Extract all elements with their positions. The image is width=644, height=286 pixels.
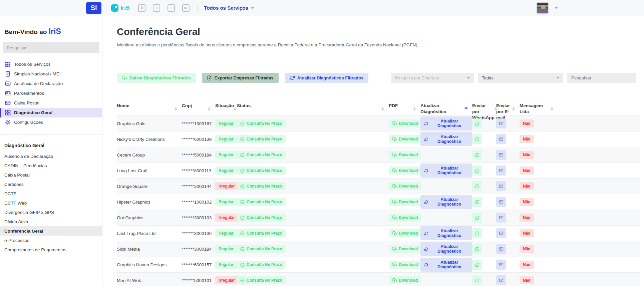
download-diagnostics-button[interactable]: Baixar Diagnósticos Filtrados [117, 73, 196, 83]
send-email-button[interactable] [496, 275, 506, 285]
sort-icon[interactable] [512, 107, 515, 111]
envelope-icon [499, 184, 504, 189]
download-pdf-button[interactable]: Download [389, 151, 421, 159]
sidebar-item-diagnostico-geral[interactable]: Diagnóstico Geral [0, 108, 102, 117]
send-whatsapp-button[interactable] [472, 134, 482, 144]
refresh-diagnostics-button[interactable]: Atualizar Diagnósticos Filtrados [285, 73, 369, 83]
page-subtitle: Monitore as dívidas e pendências fiscais… [117, 42, 644, 47]
send-email-button[interactable] [496, 118, 506, 128]
sidebar-search-input[interactable] [3, 42, 99, 53]
send-email-button[interactable] [496, 134, 506, 144]
sidebar-item-todos-os-servicos[interactable]: Todos os Serviços [0, 59, 102, 69]
export-companies-button[interactable]: Exportar Empresas Filtradas [202, 73, 279, 83]
status-label: Consulta No Prazo [247, 121, 282, 126]
send-email-button[interactable] [496, 166, 506, 176]
send-whatsapp-button[interactable] [472, 213, 482, 223]
envelope-icon [499, 231, 504, 236]
sidebar-section-item[interactable]: Dívida Ativa [0, 217, 102, 226]
download-pdf-button[interactable]: Download [389, 198, 421, 206]
send-whatsapp-button[interactable] [472, 118, 482, 128]
send-email-button[interactable] [496, 213, 506, 223]
sidebar-section-item[interactable]: Certidões [0, 180, 102, 189]
sidebar-item-parcelamentos[interactable]: $ Parcelamentos [0, 88, 102, 98]
sort-icon[interactable] [551, 107, 553, 111]
mensagem-lida-badge: Não [520, 119, 534, 127]
atualizar-diagnostico-button[interactable]: Atualizar Diagnóstico [420, 116, 472, 130]
download-pdf-button[interactable]: Download [389, 261, 421, 269]
send-email-button[interactable] [496, 181, 506, 191]
check-circle-icon [240, 121, 245, 126]
download-pdf-button[interactable]: Download [389, 182, 421, 190]
refresh-icon [424, 137, 428, 141]
all-services-menu[interactable]: Todos os Serviços [204, 5, 254, 11]
company-name: Men At Wok [117, 278, 182, 283]
table-search-input[interactable] [567, 73, 636, 83]
send-email-button[interactable] [496, 150, 506, 160]
si-logo[interactable]: Si [86, 2, 101, 14]
sort-icon[interactable] [234, 107, 237, 111]
s-module-icon[interactable]: S [153, 4, 160, 12]
sidebar-item-caixa-postal[interactable]: Caixa Postal [0, 98, 102, 108]
whatsapp-icon [475, 231, 480, 236]
mensagem-lida-badge: Não [520, 261, 534, 269]
status-filter-select[interactable]: Todas [478, 73, 563, 83]
atualizar-diagnostico-button[interactable]: Atualizar Diagnóstico [420, 242, 472, 256]
user-avatar[interactable] [537, 2, 549, 14]
sidebar-item-configuracoes[interactable]: Configurações [0, 117, 102, 127]
send-whatsapp-button[interactable] [472, 181, 482, 191]
sort-icon[interactable] [175, 107, 177, 111]
download-pdf-button[interactable]: Download [389, 119, 421, 127]
atualizar-diagnostico-label: Atualizar Diagnóstico [430, 260, 468, 269]
download-pdf-button[interactable]: Download [389, 167, 421, 175]
table-row: Slick Media *******3000184 Regular Consu… [117, 241, 640, 257]
whatsapp-icon [475, 137, 480, 142]
sort-icon[interactable] [413, 107, 416, 111]
send-whatsapp-button[interactable] [472, 275, 482, 285]
iris-logo[interactable]: IriS [111, 4, 129, 12]
sidebar-section-item[interactable]: DCTF Web [0, 198, 102, 208]
atualizar-diagnostico-button[interactable]: Atualizar Diagnóstico [420, 226, 472, 240]
sort-icon[interactable] [465, 107, 467, 108]
download-pdf-button[interactable]: Download [389, 214, 421, 222]
sidebar-section-item[interactable]: Divergência GFIP x GPS [0, 208, 102, 217]
page-title: Conferência Geral [117, 26, 644, 37]
sidebar-section-item[interactable]: CADIN – Pendências [0, 161, 102, 170]
sidebar-section-item[interactable]: Comprovantes de Pagamentos [0, 245, 102, 254]
send-email-button[interactable] [496, 228, 506, 238]
send-whatsapp-button[interactable] [472, 244, 482, 254]
download-pdf-button[interactable]: Download [389, 245, 421, 253]
sort-icon[interactable] [381, 107, 384, 111]
send-whatsapp-button[interactable] [472, 166, 482, 176]
sidebar-section-item[interactable]: DCTF [0, 189, 102, 198]
sidebar-section-item[interactable]: Caixa Postal [0, 170, 102, 180]
f-module-icon[interactable]: F [168, 4, 175, 12]
send-whatsapp-button[interactable] [472, 228, 482, 238]
download-pdf-button[interactable]: Download [389, 229, 421, 237]
company-filter-select[interactable]: Pesquisa por Empresa [391, 73, 474, 83]
send-email-button[interactable] [496, 244, 506, 254]
sidebar-section-item[interactable]: Ausência de Declaração [0, 152, 102, 161]
check-circle-icon [240, 231, 245, 236]
sort-icon[interactable] [208, 107, 211, 111]
atualizar-diagnostico-button[interactable]: Atualizar Diagnóstico [420, 164, 472, 178]
id-card-icon: A [5, 81, 11, 86]
nf-module-icon[interactable]: NF [182, 4, 190, 12]
send-email-button[interactable] [496, 260, 506, 270]
send-whatsapp-button[interactable] [472, 150, 482, 160]
sidebar-section-item[interactable]: Conferência Geral [0, 226, 102, 236]
atualizar-diagnostico-button[interactable]: Atualizar Diagnóstico [420, 132, 472, 146]
status-badge: Consulta No Prazo [237, 261, 286, 269]
atualizar-diagnostico-button[interactable]: Atualizar Diagnóstico [420, 195, 472, 209]
account-chevron-down-icon[interactable] [555, 7, 558, 9]
send-email-button[interactable] [496, 197, 506, 207]
u-module-icon[interactable]: Ü [138, 4, 145, 12]
sidebar-item-ausencia-de-declaracao[interactable]: A Ausência de Declaração [0, 79, 102, 88]
send-whatsapp-button[interactable] [472, 260, 482, 270]
send-whatsapp-button[interactable] [472, 197, 482, 207]
sidebar-item-simples-nacional[interactable]: Simples Nacional / MEI [0, 69, 102, 79]
download-pdf-button[interactable]: Download [389, 276, 421, 284]
company-cnpj: *******8000113 [182, 168, 215, 173]
sidebar-section-item[interactable]: e-Processos [0, 236, 102, 245]
download-pdf-button[interactable]: Download [389, 135, 421, 143]
atualizar-diagnostico-button[interactable]: Atualizar Diagnóstico [420, 258, 472, 272]
